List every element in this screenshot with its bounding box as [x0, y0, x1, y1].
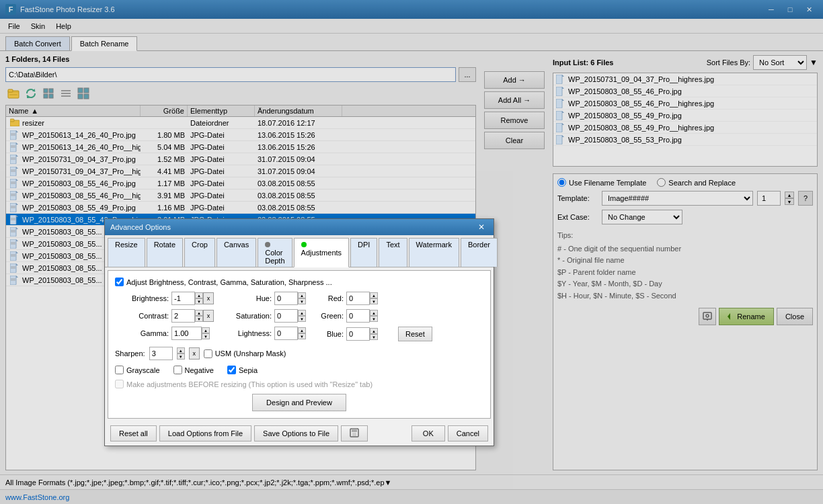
sharpen-reset[interactable]: x — [189, 347, 200, 360]
advanced-options-dialog: Advanced Options ✕ Resize Rotate Crop Ca… — [104, 218, 494, 446]
hue-input-group: ▲ ▼ — [274, 292, 306, 305]
green-input-group: ▲ ▼ — [346, 309, 378, 323]
lightness-up[interactable]: ▲ — [298, 327, 306, 333]
contrast-up[interactable]: ▲ — [195, 310, 203, 316]
lightness-label: Lightness: — [225, 329, 272, 337]
usm-checkbox-label[interactable]: USM (Unsharp Mask) — [204, 349, 286, 358]
dialog-content: Adjust Brightness, Contrast, Gamma, Satu… — [108, 270, 491, 419]
gamma-input-group: ▲ ▼ — [171, 327, 210, 340]
saturation-input-group: ▲ ▼ — [274, 309, 306, 323]
brightness-down[interactable]: ▼ — [195, 298, 203, 304]
hue-label: Hue: — [225, 294, 272, 302]
dialog-tab-rotate[interactable]: Rotate — [147, 238, 183, 267]
dialog-title: Advanced Options — [110, 223, 171, 231]
usm-checkbox[interactable] — [204, 349, 212, 358]
contrast-input[interactable] — [171, 309, 195, 323]
negative-checkbox[interactable] — [173, 366, 182, 374]
effect-options-row: Grayscale Negative Sepia — [115, 366, 483, 374]
cancel-button[interactable]: Cancel — [448, 425, 488, 442]
sepia-label[interactable]: Sepia — [227, 366, 258, 374]
adjustments-dot — [301, 242, 307, 247]
dialog-tab-text[interactable]: Text — [379, 238, 407, 267]
save-icon-button[interactable] — [341, 425, 368, 442]
grayscale-label[interactable]: Grayscale — [115, 366, 160, 374]
brightness-input-group: ▲ ▼ x — [171, 292, 214, 305]
dialog-tab-border[interactable]: Border — [461, 238, 498, 267]
dialog-footer: Reset all Load Options from File Save Op… — [105, 421, 494, 446]
blue-input-group: ▲ ▼ — [346, 327, 378, 341]
svg-rect-89 — [352, 429, 357, 432]
dialog-tab-watermark[interactable]: Watermark — [409, 238, 459, 267]
gamma-input[interactable] — [171, 327, 202, 340]
brightness-up[interactable]: ▲ — [195, 292, 203, 298]
red-down[interactable]: ▼ — [370, 298, 378, 304]
green-label: Green: — [317, 312, 344, 320]
blue-input[interactable] — [346, 327, 370, 341]
ok-button[interactable]: OK — [412, 425, 445, 442]
contrast-label: Contrast: — [115, 312, 169, 320]
sharpen-up[interactable]: ▲ — [177, 347, 185, 353]
adjust-label: Adjust Brightness, Contrast, Gamma, Satu… — [126, 278, 332, 286]
saturation-input[interactable] — [274, 309, 298, 323]
contrast-input-group: ▲ ▼ x — [171, 309, 214, 323]
brightness-reset[interactable]: x — [203, 292, 214, 304]
saturation-down[interactable]: ▼ — [298, 316, 306, 322]
reset-all-button[interactable]: Reset all — [110, 425, 157, 442]
dialog-titlebar: Advanced Options ✕ — [105, 219, 494, 235]
dialog-tab-color-depth[interactable]: Color Depth — [258, 238, 292, 267]
sharpen-row: Sharpen: ▲ ▼ x USM (Unsharp Mask) — [115, 347, 483, 360]
grayscale-checkbox[interactable] — [115, 366, 124, 374]
red-input[interactable] — [346, 292, 370, 305]
lightness-input-group: ▲ ▼ — [274, 327, 306, 340]
dialog-tab-adjustments[interactable]: Adjustments — [294, 238, 350, 267]
sharpen-down[interactable]: ▼ — [177, 353, 185, 360]
blue-up[interactable]: ▲ — [370, 328, 378, 334]
dialog-tabs: Resize Rotate Crop Canvas Color Depth Ad… — [105, 235, 494, 267]
green-down[interactable]: ▼ — [370, 316, 378, 322]
green-input[interactable] — [346, 309, 370, 323]
green-up[interactable]: ▲ — [370, 310, 378, 316]
saturation-up[interactable]: ▲ — [298, 310, 306, 316]
adjust-checkbox[interactable] — [115, 278, 124, 286]
negative-label[interactable]: Negative — [173, 366, 214, 374]
color-depth-dot — [265, 242, 270, 247]
dialog-tab-resize[interactable]: Resize — [108, 238, 145, 267]
contrast-down[interactable]: ▼ — [195, 316, 203, 322]
saturation-label: Saturation: — [225, 312, 272, 320]
blue-label: Blue: — [317, 330, 344, 338]
note-row: Make adjustments BEFORE resizing (This o… — [115, 380, 483, 388]
gamma-label: Gamma: — [115, 329, 169, 337]
hue-input[interactable] — [274, 292, 298, 305]
dialog-close-button[interactable]: ✕ — [475, 221, 488, 233]
dialog-overlay: Advanced Options ✕ Resize Rotate Crop Ca… — [0, 0, 823, 504]
adjust-checkbox-row: Adjust Brightness, Contrast, Gamma, Satu… — [115, 278, 483, 286]
before-resize-checkbox[interactable] — [115, 380, 124, 388]
dialog-tab-dpi[interactable]: DPI — [350, 238, 377, 267]
dialog-tab-crop[interactable]: Crop — [184, 238, 215, 267]
contrast-reset[interactable]: x — [203, 310, 214, 322]
hue-down[interactable]: ▼ — [298, 298, 306, 304]
lightness-input[interactable] — [274, 327, 298, 340]
save-options-button[interactable]: Save Options to File — [254, 425, 338, 442]
sharpen-input[interactable] — [149, 347, 173, 360]
hue-up[interactable]: ▲ — [298, 292, 306, 298]
gamma-down[interactable]: ▼ — [202, 333, 210, 339]
reset-button[interactable]: Reset — [398, 327, 432, 341]
red-input-group: ▲ ▼ — [346, 292, 378, 305]
dialog-tab-canvas[interactable]: Canvas — [217, 238, 256, 267]
svg-rect-90 — [352, 433, 356, 436]
red-label: Red: — [317, 294, 344, 302]
lightness-down[interactable]: ▼ — [298, 333, 306, 339]
gamma-up[interactable]: ▲ — [202, 327, 210, 333]
red-up[interactable]: ▲ — [370, 292, 378, 298]
sepia-checkbox[interactable] — [227, 366, 236, 374]
blue-down[interactable]: ▼ — [370, 334, 378, 340]
design-preview-button[interactable]: Design and Preview — [252, 394, 346, 411]
brightness-input[interactable] — [171, 292, 195, 305]
load-options-button[interactable]: Load Options from File — [159, 425, 251, 442]
sharpen-label: Sharpen: — [115, 349, 145, 358]
brightness-label: Brightness: — [115, 294, 169, 302]
